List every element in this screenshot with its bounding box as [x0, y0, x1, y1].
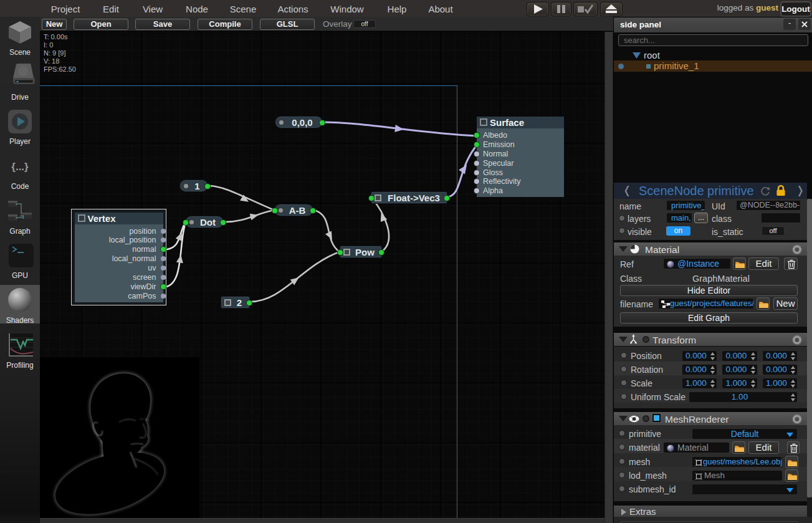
svg-text:{...}: {...} [11, 161, 29, 173]
